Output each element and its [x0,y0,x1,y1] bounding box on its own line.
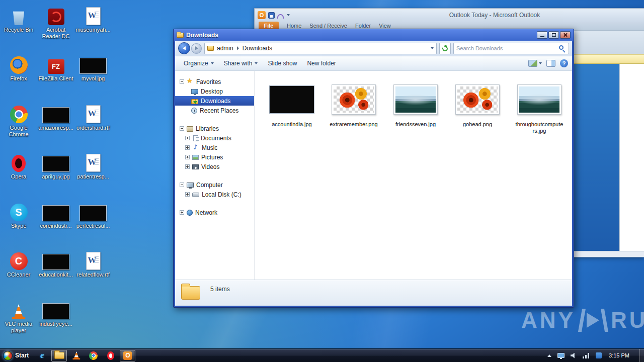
preview-pane-button[interactable] [546,60,555,67]
sidebar-item-pictures[interactable]: Pictures [175,152,254,162]
change-view-button[interactable] [528,60,542,67]
start-button[interactable]: Start [0,349,34,362]
file-item-gohead[interactable]: gohead.png [448,79,507,128]
outlook-titlebar[interactable]: Outlook Today - Microsoft Outlook [255,9,644,22]
sidebar-item-downloads[interactable]: Downloads [175,96,254,106]
sidebar-item-computer[interactable]: Computer [175,180,254,190]
desktop-icon-skype[interactable]: Skype [0,200,37,229]
explorer-window[interactable]: Downloads admin Downloads [173,29,574,308]
desktop-icon-amazonresp[interactable]: amazonresp... [37,102,74,131]
taskbar-clock[interactable]: 3:15 PM [609,352,629,358]
desktop-icon-vlc[interactable]: VLC media player [0,298,37,334]
sidebar-item-recent-places[interactable]: Recent Places [175,106,254,115]
breadcrumb-folder[interactable]: Downloads [242,45,273,52]
icon-label: amazonresp... [37,125,74,131]
search-input[interactable] [456,45,558,51]
expand-icon[interactable] [185,155,190,159]
sidebar-item-videos[interactable]: Videos [175,162,254,171]
show-desktop-button[interactable] [639,349,644,362]
refresh-button[interactable] [439,43,451,54]
collapse-icon[interactable] [180,126,184,131]
taskbar-opera[interactable] [103,350,118,361]
file-item-accountindia[interactable]: accountindia.jpg [263,79,321,128]
desktop-icon-filezilla[interactable]: FileZilla Client [37,53,74,82]
desktop-icon-patientresp[interactable]: patientresp... [74,151,112,180]
explorer-titlebar[interactable]: Downloads [175,29,572,41]
sidebar-item-desktop[interactable]: Desktop [175,86,254,96]
image-thumbnail [457,86,498,113]
expand-icon[interactable] [185,136,190,140]
desktop-icon-myvol[interactable]: myvol.jpg [74,53,112,82]
show-hidden-icons-button[interactable] [547,354,551,357]
screen: Recycle Bin Acrobat Reader DC museumyah.… [0,0,644,362]
expand-icon[interactable] [185,145,190,150]
sidebar-item-music[interactable]: Music [175,143,254,152]
organize-button[interactable]: Organize [179,58,218,69]
icon-label: CCleaner [0,272,37,278]
taskbar-vlc[interactable] [68,350,84,361]
sidebar-item-libraries[interactable]: Libraries [175,124,254,133]
close-button[interactable] [560,31,571,39]
desktop-icon-recycle-bin[interactable]: Recycle Bin [0,4,37,33]
save-icon[interactable] [268,12,275,19]
collapse-icon[interactable] [180,79,184,84]
sidebar-item-documents[interactable]: Documents [175,133,254,143]
desktop-icon-perfectresul[interactable]: perfectresul... [74,200,112,229]
search-box[interactable] [453,43,569,54]
desktop-icon-educationkit[interactable]: educationkit... [37,249,74,278]
taskbar-chrome[interactable] [86,350,101,361]
desktop-icon-museumyah[interactable]: museumyah... [74,4,112,33]
desktop-icon-aprilguy[interactable]: aprilguy.jpg [37,151,74,180]
desktop-icon-relatedflow[interactable]: relatedflow.rtf [74,249,112,278]
taskbar-internet-explorer[interactable] [34,350,50,361]
desktop-icon-acrobat[interactable]: Acrobat Reader DC [37,4,74,40]
desktop-icon-ccleaner[interactable]: CCleaner [0,249,37,278]
icon-label: Google Chrome [0,125,37,138]
slide-show-button[interactable]: Slide show [263,58,301,69]
new-folder-label: New folder [307,60,336,67]
share-with-button[interactable]: Share with [219,58,263,69]
sidebar-label: Network [195,209,217,216]
music-note-icon [192,144,199,151]
quick-access-dropdown-icon[interactable] [287,14,290,16]
expand-icon[interactable] [185,164,190,169]
taskbar-windows-explorer[interactable] [51,350,67,361]
chevron-right-icon[interactable] [237,46,239,50]
word-document-icon [74,249,112,270]
sidebar-label: Local Disk (C:) [202,191,242,198]
desktop-icon-ordershard[interactable]: ordershard.rtf [74,102,112,131]
tray-icon[interactable] [596,352,602,358]
desktop-icon-coreindustr[interactable]: coreindustr... [37,200,74,229]
file-item-friendsseven[interactable]: friendsseven.jpg [386,79,445,128]
desktop-icon-industryeye[interactable]: industryeye... [37,298,74,327]
sidebar-item-favorites[interactable]: Favorites [175,77,254,86]
minimize-button[interactable] [537,31,547,39]
taskbar-outlook[interactable] [120,350,135,361]
desktop-icon-chrome[interactable]: Google Chrome [0,102,37,138]
forward-button[interactable] [191,43,202,54]
file-item-throughoutcomputers[interactable]: throughoutcomputers.jpg [510,79,569,134]
desktop-icon-opera[interactable]: Opera [0,151,37,180]
volume-icon[interactable] [571,353,577,358]
expand-icon[interactable] [185,192,190,197]
sidebar-item-network[interactable]: Network [175,208,254,217]
system-tray: 3:15 PM [547,349,644,362]
network-icon[interactable] [583,353,590,358]
address-bar[interactable]: admin Downloads [204,43,437,54]
photo-frame [517,84,561,115]
file-item-extraremember[interactable]: extraremember.png [325,79,383,128]
help-button[interactable] [560,59,568,67]
breadcrumb-user[interactable]: admin [216,45,234,52]
new-folder-button[interactable]: New folder [302,58,340,69]
display-tray-icon[interactable] [557,353,565,358]
expand-icon[interactable] [180,210,184,215]
undo-icon[interactable] [277,14,284,19]
address-dropdown-icon[interactable] [431,47,434,49]
maximize-button[interactable] [548,31,559,39]
desktop-icon-firefox[interactable]: Firefox [0,53,37,82]
collapse-icon[interactable] [180,183,184,187]
sidebar-item-local-disk-c[interactable]: Local Disk (C:) [175,190,254,199]
back-button[interactable] [178,42,190,54]
command-toolbar: Organize Share with Slide show New folde… [175,56,572,71]
search-icon[interactable] [558,45,566,52]
